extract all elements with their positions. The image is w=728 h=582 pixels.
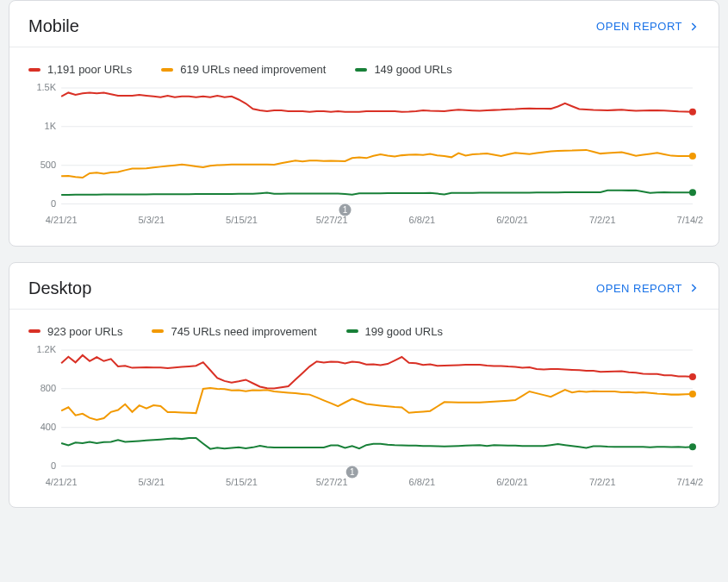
legend: 1,191 poor URLs 619 URLs need improvemen…	[9, 47, 719, 81]
svg-text:0: 0	[51, 198, 56, 209]
svg-text:500: 500	[40, 160, 56, 170]
legend-item-poor: 923 poor URLs	[28, 325, 122, 338]
svg-text:0: 0	[51, 460, 56, 470]
svg-text:5/15/21: 5/15/21	[226, 215, 258, 225]
svg-text:6/20/21: 6/20/21	[496, 215, 528, 225]
legend-label-needs: 745 URLs need improvement	[171, 325, 316, 338]
card-title: Desktop	[28, 278, 91, 298]
svg-text:5/27/21: 5/27/21	[316, 476, 348, 486]
svg-text:7/14/21: 7/14/21	[677, 215, 703, 225]
chart-desktop: 04008001.2K4/21/215/3/215/15/215/27/216/…	[9, 343, 719, 508]
svg-point-39	[689, 443, 696, 450]
svg-point-17	[689, 153, 696, 160]
svg-point-38	[689, 391, 696, 397]
svg-text:1.2K: 1.2K	[36, 344, 56, 354]
legend-label-poor: 1,191 poor URLs	[47, 63, 132, 76]
svg-point-18	[689, 189, 696, 196]
svg-text:1K: 1K	[45, 121, 57, 131]
svg-text:800: 800	[40, 383, 56, 393]
svg-text:7/2/21: 7/2/21	[589, 215, 616, 225]
chevron-right-icon	[688, 282, 700, 294]
svg-point-16	[689, 109, 696, 116]
chart-mobile: 05001K1.5K4/21/215/3/215/15/215/27/216/8…	[9, 81, 719, 246]
card-desktop: Desktop OPEN REPORT 923 poor URLs 745 UR…	[9, 262, 719, 509]
legend-item-good: 199 good URLs	[346, 325, 443, 338]
card-header: Mobile OPEN REPORT	[9, 1, 719, 47]
swatch-good	[346, 329, 358, 333]
legend-item-needs: 745 URLs need improvement	[152, 325, 316, 338]
swatch-good	[355, 68, 367, 72]
svg-text:5/15/21: 5/15/21	[226, 476, 258, 486]
legend-label-good: 199 good URLs	[365, 325, 443, 338]
legend: 923 poor URLs 745 URLs need improvement …	[9, 310, 719, 343]
svg-text:6/20/21: 6/20/21	[496, 476, 528, 486]
svg-point-37	[689, 373, 696, 380]
svg-text:4/21/21: 4/21/21	[46, 215, 78, 225]
swatch-poor	[28, 329, 40, 333]
svg-text:6/8/21: 6/8/21	[409, 215, 436, 225]
svg-text:1: 1	[350, 466, 355, 476]
legend-label-poor: 923 poor URLs	[47, 325, 122, 338]
card-title: Mobile	[28, 16, 79, 36]
svg-text:5/3/21: 5/3/21	[138, 476, 165, 486]
swatch-needs	[152, 329, 164, 333]
legend-item-needs: 619 URLs need improvement	[161, 63, 326, 76]
svg-text:1.5K: 1.5K	[36, 82, 56, 92]
legend-item-poor: 1,191 poor URLs	[28, 63, 132, 76]
svg-text:7/2/21: 7/2/21	[589, 476, 616, 486]
svg-text:5/3/21: 5/3/21	[138, 215, 165, 225]
svg-text:400: 400	[40, 421, 56, 431]
card-header: Desktop OPEN REPORT	[9, 263, 719, 309]
svg-text:6/8/21: 6/8/21	[409, 476, 436, 486]
legend-label-needs: 619 URLs need improvement	[180, 63, 326, 76]
chevron-right-icon	[688, 21, 700, 33]
svg-text:5/27/21: 5/27/21	[316, 215, 348, 225]
card-mobile: Mobile OPEN REPORT 1,191 poor URLs 619 U…	[9, 0, 719, 247]
legend-label-good: 149 good URLs	[374, 63, 451, 76]
svg-text:4/21/21: 4/21/21	[46, 476, 78, 486]
legend-item-good: 149 good URLs	[355, 63, 451, 76]
open-report-link[interactable]: OPEN REPORT	[596, 20, 700, 33]
swatch-needs	[161, 68, 173, 72]
open-report-label: OPEN REPORT	[596, 20, 682, 33]
open-report-link[interactable]: OPEN REPORT	[596, 282, 700, 295]
swatch-poor	[28, 68, 40, 72]
open-report-label: OPEN REPORT	[596, 282, 682, 295]
svg-text:1: 1	[343, 205, 348, 215]
svg-text:7/14/21: 7/14/21	[677, 476, 703, 486]
